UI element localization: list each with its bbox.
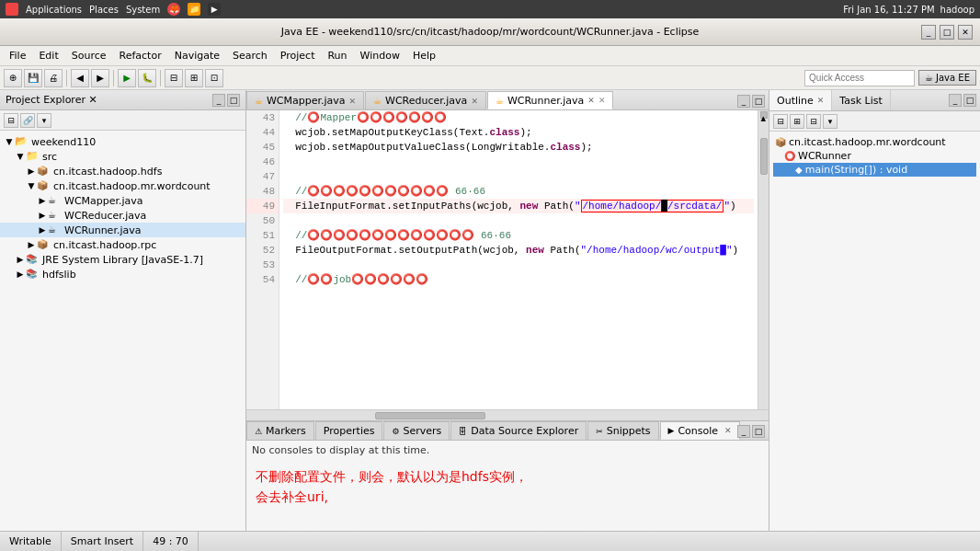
tab-properties[interactable]: Properties: [315, 421, 383, 440]
menu-run[interactable]: Run: [322, 48, 352, 63]
tree-item-wcmapper[interactable]: ▶ WCMapper.java: [0, 193, 245, 208]
editor-scrollbar[interactable]: ▴: [758, 110, 769, 409]
outline-tb1[interactable]: ⊟: [773, 114, 788, 129]
minimize-button[interactable]: _: [921, 25, 936, 40]
wcmapper-tab-close[interactable]: ✕: [349, 97, 357, 106]
line-num-43: 43: [246, 110, 279, 125]
outline-maximize[interactable]: □: [963, 94, 976, 107]
forward-button[interactable]: ▶: [91, 69, 109, 87]
tree-item-weekend110[interactable]: ▼ weekend110: [0, 134, 245, 149]
tab-console[interactable]: ▶ Console ✕: [660, 421, 740, 440]
tab-markers[interactable]: ⚠ Markers: [246, 421, 314, 440]
tree-label-rpc: cn.itcast.hadoop.rpc: [53, 239, 156, 251]
menu-search[interactable]: Search: [227, 48, 273, 63]
debug-button[interactable]: 🐛: [138, 69, 156, 87]
wcreducer-tab-close[interactable]: ✕: [471, 97, 478, 106]
outline-tb4[interactable]: ▾: [823, 114, 838, 129]
panel-minimize[interactable]: _: [212, 94, 225, 107]
tree-item-hdfs-pkg[interactable]: ▶ cn.itcast.hadoop.hdfs: [0, 164, 245, 178]
view-menu-button[interactable]: ▾: [37, 113, 51, 128]
tab-servers[interactable]: ⚙ Servers: [383, 421, 450, 440]
back-button[interactable]: ◀: [71, 69, 89, 87]
print-button[interactable]: 🖨: [44, 69, 63, 87]
tree-item-wcrunner[interactable]: ▶ WCRunner.java: [0, 223, 245, 237]
editor-maximize[interactable]: □: [752, 95, 765, 108]
outline-tab-x[interactable]: ✕: [817, 96, 825, 105]
tree-item-jre[interactable]: ▶ JRE System Library [JavaSE-1.7]: [0, 252, 245, 267]
tree-arrow-weekend110: ▼: [4, 137, 15, 146]
wcrunner-tab-label: WCRunner.java: [507, 95, 584, 107]
close-button[interactable]: ✕: [958, 25, 973, 40]
menu-help[interactable]: Help: [407, 48, 441, 63]
tree-item-hdfslib[interactable]: ▶ hdfslib: [0, 267, 245, 281]
outline-item-pkg[interactable]: 📦 cn.itcast.hadoop.mr.wordcount: [773, 135, 976, 149]
run-button[interactable]: ▶: [118, 69, 136, 87]
menu-file[interactable]: File: [4, 48, 31, 63]
code-line-48: //⭕⭕⭕⭕⭕⭕⭕⭕⭕⭕⭕ 66·66: [283, 184, 754, 199]
tree-arrow-rpc: ▶: [26, 240, 37, 249]
tree-item-rpc-pkg[interactable]: ▶ cn.itcast.hadoop.rpc: [0, 237, 245, 252]
line-num-46: 46: [246, 155, 279, 169]
folder-taskbar-icon[interactable]: 📁: [188, 3, 200, 16]
tb-btn-2[interactable]: ⊞: [185, 69, 203, 87]
tab-wcreducer[interactable]: ☕ WCReducer.java ✕: [365, 91, 486, 109]
firefox-icon[interactable]: 🦊: [167, 3, 180, 16]
tab-outline[interactable]: Outline ✕: [769, 90, 832, 110]
maximize-button[interactable]: □: [940, 25, 954, 40]
save-button[interactable]: 💾: [24, 69, 42, 87]
writable-label: Writable: [9, 535, 51, 547]
code-line-46: [283, 155, 754, 169]
tree-label-hdfslib: hdfslib: [42, 269, 76, 281]
outline-minimize[interactable]: _: [949, 94, 962, 107]
tree-item-wordcount-pkg[interactable]: ▼ cn.itcast.hadoop.mr.wordcount: [0, 178, 245, 193]
outline-tb3[interactable]: ⊟: [806, 114, 821, 129]
tab-tasklist[interactable]: Task List: [832, 90, 890, 110]
collapse-all-button[interactable]: ⊟: [4, 113, 18, 128]
java-ee-icon: ☕: [925, 73, 933, 83]
outline-tb2[interactable]: ⊞: [790, 114, 804, 129]
outline-item-wcrunner[interactable]: ⭕ WCRunner: [773, 149, 976, 163]
menu-navigate[interactable]: Navigate: [169, 48, 225, 63]
h-scroll-thumb[interactable]: [375, 412, 485, 419]
panel-maximize[interactable]: □: [227, 94, 240, 107]
outline-item-main[interactable]: ◆ main(String[]) : void: [773, 163, 976, 177]
console-minimize[interactable]: _: [737, 425, 750, 438]
new-button[interactable]: ⊕: [4, 69, 22, 87]
console-text: No consoles to display at this time.: [252, 444, 429, 456]
tab-snippets[interactable]: ✂ Snippets: [587, 421, 658, 440]
project-explorer-title: Project Explorer ✕: [6, 94, 97, 106]
jre-lib-icon: [26, 253, 40, 266]
console-tab-x[interactable]: ✕: [724, 426, 732, 435]
wcrunner-tab-close[interactable]: ✕: [587, 96, 595, 105]
quick-access-input[interactable]: [804, 70, 915, 86]
menu-window[interactable]: Window: [355, 48, 405, 63]
code-content[interactable]: //⭕Mapper⭕⭕⭕⭕⭕⭕⭕ wcjob.setMapOutputKeyCl…: [279, 110, 758, 409]
places-menu[interactable]: Places: [89, 5, 119, 15]
scroll-up-arrow[interactable]: ▴: [760, 111, 768, 119]
tb-btn-3[interactable]: ⊡: [205, 69, 223, 87]
scroll-thumb[interactable]: [760, 138, 768, 175]
tab-wcmapper[interactable]: ☕ WCMapper.java ✕: [246, 91, 364, 109]
console-maximize[interactable]: □: [752, 425, 765, 438]
menu-edit[interactable]: Edit: [33, 48, 63, 63]
top-bar-right: Fri Jan 16, 11:27 PM hadoop: [843, 5, 974, 15]
link-with-editor-button[interactable]: 🔗: [20, 113, 35, 128]
tree-item-src[interactable]: ▼ src: [0, 149, 245, 164]
terminal-icon[interactable]: ▶: [208, 3, 221, 16]
tab-active-indicator: ✕: [598, 96, 606, 105]
menu-refactor[interactable]: Refactor: [114, 48, 167, 63]
code-editor[interactable]: 43 44 45 46 47 48 49 50 51 52 53 54 //⭕M…: [246, 110, 769, 409]
editor-minimize[interactable]: _: [737, 95, 750, 108]
tb-btn-1[interactable]: ⊟: [165, 69, 183, 87]
editor-h-scrollbar[interactable]: [246, 409, 769, 420]
outline-pkg-icon: 📦: [775, 137, 786, 147]
tab-wcrunner[interactable]: ☕ WCRunner.java ✕ ✕: [487, 91, 614, 109]
menu-project[interactable]: Project: [275, 48, 321, 63]
system-menu[interactable]: System: [126, 5, 160, 15]
tab-datasource[interactable]: 🗄 Data Source Explorer: [450, 421, 587, 440]
tree-item-wcreducer[interactable]: ▶ WCReducer.java: [0, 208, 245, 223]
java-ee-button[interactable]: ☕ Java EE: [918, 70, 976, 86]
menu-source[interactable]: Source: [66, 48, 112, 63]
snippets-icon: ✂: [596, 427, 603, 436]
applications-menu[interactable]: Applications: [26, 5, 82, 15]
